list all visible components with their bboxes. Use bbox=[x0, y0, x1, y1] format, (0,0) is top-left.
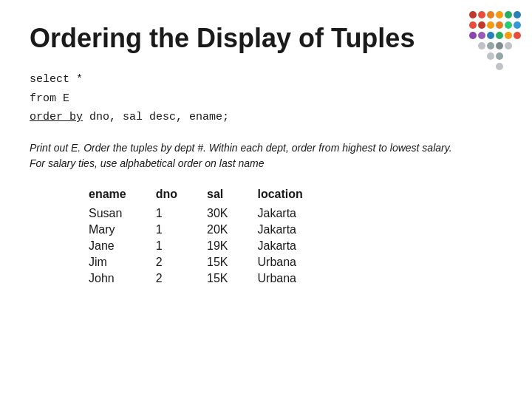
svg-point-18 bbox=[478, 42, 485, 50]
svg-point-15 bbox=[496, 32, 503, 39]
table-row: John215KUrbana bbox=[89, 270, 332, 287]
col-header-ename: ename bbox=[89, 186, 156, 205]
svg-point-2 bbox=[487, 11, 494, 18]
table-cell: Jim bbox=[89, 254, 156, 270]
svg-point-14 bbox=[487, 32, 494, 39]
svg-point-10 bbox=[505, 21, 512, 29]
table-row: Mary120KJakarta bbox=[89, 222, 332, 238]
svg-point-19 bbox=[487, 42, 494, 50]
svg-point-21 bbox=[505, 42, 512, 50]
result-table: ename dno sal location Susan130KJakartaM… bbox=[89, 186, 332, 287]
table-header-row: ename dno sal location bbox=[89, 186, 332, 205]
table-row: Susan130KJakarta bbox=[89, 205, 332, 222]
table-cell: Jakarta bbox=[258, 205, 332, 222]
svg-point-23 bbox=[496, 52, 503, 60]
code-line-2: from E bbox=[30, 89, 502, 109]
table-cell: 30K bbox=[207, 205, 257, 222]
table-cell: 15K bbox=[207, 254, 257, 270]
dots-decoration bbox=[466, 7, 525, 81]
table-cell: Urbana bbox=[258, 254, 332, 270]
table-cell: 2 bbox=[156, 270, 207, 287]
svg-point-7 bbox=[478, 21, 485, 29]
table-cell: Jakarta bbox=[258, 222, 332, 238]
svg-point-5 bbox=[514, 11, 521, 18]
svg-point-24 bbox=[496, 63, 503, 70]
svg-point-9 bbox=[496, 21, 503, 29]
col-header-dno: dno bbox=[156, 186, 207, 205]
svg-point-17 bbox=[514, 32, 521, 39]
svg-point-4 bbox=[505, 11, 512, 18]
table-cell: Jakarta bbox=[258, 238, 332, 254]
code-block: select * from E order by dno, sal desc, … bbox=[30, 70, 502, 127]
table-cell: Jane bbox=[89, 238, 156, 254]
svg-point-0 bbox=[469, 11, 477, 18]
table-cell: 2 bbox=[156, 254, 207, 270]
description-text: Print out E. Order the tuples by dept #.… bbox=[30, 140, 458, 171]
table-cell: 15K bbox=[207, 270, 257, 287]
table-cell: 1 bbox=[156, 238, 207, 254]
table-cell: 20K bbox=[207, 222, 257, 238]
slide-container: Ordering the Display of Tuples select * … bbox=[0, 0, 532, 399]
svg-point-12 bbox=[469, 32, 477, 39]
svg-point-6 bbox=[469, 21, 477, 29]
table-cell: John bbox=[89, 270, 156, 287]
code-order-by: order by bbox=[30, 111, 83, 123]
code-line-3: order by dno, sal desc, ename; bbox=[30, 108, 502, 127]
table-cell: Urbana bbox=[258, 270, 332, 287]
svg-point-13 bbox=[478, 32, 485, 39]
table-cell: 1 bbox=[156, 222, 207, 238]
table-cell: 1 bbox=[156, 205, 207, 222]
code-line-1: select * bbox=[30, 70, 502, 89]
page-title: Ordering the Display of Tuples bbox=[30, 22, 502, 54]
svg-point-3 bbox=[496, 11, 503, 18]
col-header-sal: sal bbox=[207, 186, 257, 205]
code-order-by-rest: dno, sal desc, ename; bbox=[83, 111, 229, 123]
svg-point-22 bbox=[487, 52, 494, 60]
table-row: Jim215KUrbana bbox=[89, 254, 332, 270]
svg-point-11 bbox=[514, 21, 521, 29]
svg-point-20 bbox=[496, 42, 503, 50]
table-cell: Susan bbox=[89, 205, 156, 222]
svg-point-1 bbox=[478, 11, 485, 18]
table-cell: Mary bbox=[89, 222, 156, 238]
svg-point-8 bbox=[487, 21, 494, 29]
table-row: Jane119KJakarta bbox=[89, 238, 332, 254]
col-header-location: location bbox=[258, 186, 332, 205]
table-cell: 19K bbox=[207, 238, 257, 254]
svg-point-16 bbox=[505, 32, 512, 39]
